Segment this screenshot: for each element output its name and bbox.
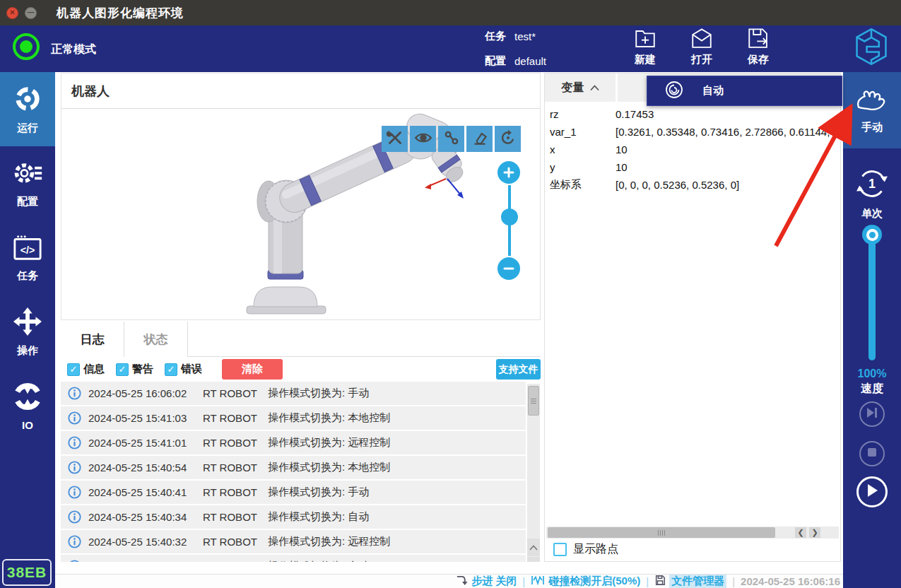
sidebar-item-io[interactable]: IO <box>0 369 55 443</box>
config-value: default <box>514 55 546 67</box>
mode-label: 正常模式 <box>51 42 96 57</box>
code-window-icon: </> <box>13 233 42 264</box>
tools-button[interactable] <box>382 126 408 152</box>
zoom-out-button[interactable] <box>497 257 520 280</box>
filter-info-label: 信息 <box>83 363 105 376</box>
clear-log-button[interactable]: 清除 <box>222 359 283 380</box>
zoom-in-button[interactable] <box>497 161 520 184</box>
collision-detection-status[interactable]: 碰撞检测开启(50%) <box>531 575 640 588</box>
stop-button[interactable] <box>859 441 885 466</box>
log-source: RT ROBOT <box>203 461 265 474</box>
tab-status[interactable]: 状态 <box>124 322 188 357</box>
log-source: RT ROBOT <box>203 486 265 498</box>
play-button[interactable] <box>856 476 888 507</box>
file-manager-button[interactable]: 文件管理器 <box>654 575 726 588</box>
variables-collapse-tab[interactable]: 变量 <box>545 74 618 102</box>
info-icon <box>68 510 81 524</box>
variable-row: y 10 <box>545 158 840 176</box>
scroll-right-icon[interactable]: ❯ <box>809 527 820 538</box>
tab-log[interactable]: 日志 <box>61 322 124 357</box>
sidebar-item-label: IO <box>22 419 33 431</box>
step-arrow-icon <box>456 575 468 588</box>
log-scrollbar[interactable] <box>527 384 540 574</box>
open-task-button[interactable]: 打开 <box>679 27 724 66</box>
log-message: 操作模式切换为: 本地控制 <box>268 411 390 425</box>
collision-status-label: 碰撞检测开启(50%) <box>548 575 640 588</box>
zoom-slider-handle[interactable] <box>501 208 518 225</box>
step-status-label: 步进 关闭 <box>471 575 517 588</box>
info-icon <box>68 436 81 449</box>
visibility-button[interactable] <box>410 126 436 152</box>
filter-warning-checkbox[interactable]: ✓ <box>116 363 129 376</box>
support-file-button[interactable]: 支持文件 <box>496 359 541 380</box>
variables-panel: 变量 rz 0.17453 var_1 [0.3261, 0.35348, 0.… <box>544 73 841 562</box>
sidebar-item-label: 运行 <box>17 122 38 135</box>
left-sidebar: 运行 配置 </> 任务 <box>0 72 55 588</box>
save-task-button[interactable]: 保存 <box>736 27 781 66</box>
open-button-label: 打开 <box>679 53 724 66</box>
log-source: RT ROBOT <box>203 412 265 424</box>
hand-icon <box>854 87 890 117</box>
sidebar-item-run[interactable]: 运行 <box>0 72 55 146</box>
hscrollbar-thumb[interactable] <box>548 527 775 538</box>
reset-view-button[interactable] <box>495 126 521 152</box>
svg-text:1: 1 <box>868 177 876 191</box>
close-icon[interactable]: ✕ <box>6 7 18 19</box>
filter-warning-label: 警告 <box>132 363 153 376</box>
mode-dropdown-item-auto[interactable]: 自动 <box>647 76 842 106</box>
brand-logo-icon <box>852 27 890 69</box>
robot-view-toolbar <box>382 126 521 152</box>
zoom-slider-track[interactable] <box>508 185 511 256</box>
filter-info-checkbox[interactable]: ✓ <box>67 363 80 376</box>
erase-button[interactable] <box>466 126 493 152</box>
status-bar: 步进 关闭 | 碰撞检测开启(50%) | 文件管理器 | 2024-05-25… <box>55 574 843 588</box>
task-value: test* <box>514 30 536 42</box>
speed-slider-track[interactable] <box>868 229 876 360</box>
log-row: 2024-05-25 16:06:02 RT ROBOT 操作模式切换为: 手动 <box>61 382 526 405</box>
path-button[interactable] <box>438 126 464 152</box>
log-scrollbar-thumb[interactable] <box>528 386 539 416</box>
status-separator: | <box>732 575 735 587</box>
run-target-icon <box>13 84 42 117</box>
stop-icon <box>867 447 877 460</box>
scroll-left-icon[interactable]: ❮ <box>795 527 806 538</box>
new-task-button[interactable]: 新建 <box>623 27 668 66</box>
minimize-icon[interactable]: — <box>25 7 37 19</box>
info-icon <box>68 535 81 548</box>
skip-forward-icon <box>866 407 878 421</box>
log-row: 2024-05-25 15:40:54 RT ROBOT 操作模式切换为: 本地… <box>61 456 526 479</box>
chevron-up-icon <box>590 81 599 94</box>
task-field: 任务 test* <box>485 30 536 43</box>
variable-name: rz <box>545 108 616 120</box>
log-source: RT ROBOT <box>203 536 265 548</box>
log-row: 2024-05-25 15:40:34 RT ROBOT 操作模式切换为: 自动 <box>61 505 526 529</box>
path-nodes-icon <box>442 129 461 150</box>
variable-name: x <box>545 143 616 155</box>
info-icon <box>68 387 81 400</box>
sidebar-item-task[interactable]: </> 任务 <box>0 220 55 295</box>
new-folder-icon <box>623 27 668 51</box>
step-forward-button[interactable] <box>859 401 885 427</box>
single-run-button[interactable]: 1 单次 <box>843 158 901 229</box>
step-mode-status[interactable]: 步进 关闭 <box>456 575 517 588</box>
speed-slider-handle[interactable] <box>862 225 882 245</box>
log-time: 2024-05-25 15:41:01 <box>88 437 203 449</box>
log-row: 2024-05-25 15:40:41 RT ROBOT 操作模式切换为: 手动 <box>61 481 526 504</box>
robot-panel-title: 机器人 <box>61 74 540 109</box>
variable-name: y <box>545 161 616 173</box>
manual-mode-button[interactable]: 手动 <box>843 72 901 148</box>
sidebar-item-operate[interactable]: 操作 <box>0 295 55 369</box>
variables-table: rz 0.17453 var_1 [0.3261, 0.35348, 0.734… <box>545 102 840 194</box>
scroll-up-icon[interactable] <box>527 539 540 556</box>
show-waypoints-checkbox[interactable] <box>553 543 567 556</box>
variables-tab-label: 变量 <box>562 81 584 95</box>
auto-swirl-icon <box>647 80 684 102</box>
log-row: 2024-05-25 15:41:01 RT ROBOT 操作模式切换为: 远程… <box>61 431 526 454</box>
file-manager-icon <box>654 575 666 588</box>
filter-error-checkbox[interactable]: ✓ <box>165 363 177 376</box>
log-message: 操作模式切换为: 手动 <box>268 486 369 499</box>
log-list: 2024-05-25 16:06:02 RT ROBOT 操作模式切换为: 手动… <box>61 382 526 574</box>
info-icon <box>68 486 81 499</box>
sidebar-item-config[interactable]: 配置 <box>0 146 55 220</box>
sidebar-item-label: 操作 <box>17 344 38 358</box>
